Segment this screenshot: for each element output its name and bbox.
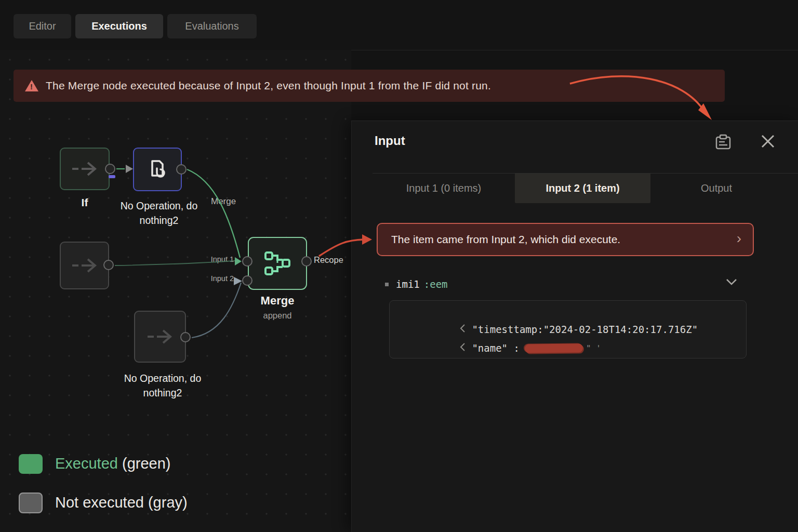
node-merge[interactable] xyxy=(248,237,307,290)
noop-top-output-connector[interactable] xyxy=(176,164,187,175)
node-gray-unexecuted[interactable] xyxy=(60,242,109,289)
input-detail-panel: Input Input 1 (0 items) Input 2 (1 item)… xyxy=(351,121,798,532)
merge-output-connector[interactable] xyxy=(301,256,312,267)
chevron-right-icon: › xyxy=(737,231,741,246)
app-window: Editor Executions Evaluations The Merge … xyxy=(0,0,798,532)
collapse-chevron-icon[interactable] xyxy=(400,331,466,365)
workflow-canvas[interactable] xyxy=(0,50,351,532)
merge-node-subtitle: append xyxy=(248,311,307,321)
legend-executed-suffix: (green) xyxy=(118,455,171,472)
merge-node-label: Merge xyxy=(248,294,307,308)
code-name-tail: " ' xyxy=(586,343,601,353)
node-no-operation-bottom[interactable] xyxy=(134,311,186,363)
panel-tab-bar: Input 1 (0 items) Input 2 (1 item) Outpu… xyxy=(373,173,798,203)
json-code-box: "timesttamp:"2024-02-18T14:20:17.716Z" "… xyxy=(389,300,747,358)
tab-editor[interactable]: Editor xyxy=(14,14,71,38)
node-no-operation-top[interactable] xyxy=(133,148,182,191)
noop-bottom-output-connector[interactable] xyxy=(180,332,191,342)
legend-swatch-not-executed xyxy=(19,493,43,513)
if-secondary-output xyxy=(109,175,115,178)
json-bullet-icon xyxy=(385,283,389,286)
input2-callout[interactable]: The item came from Input 2, which did ex… xyxy=(377,223,754,256)
close-icon[interactable] xyxy=(760,134,776,151)
warning-triangle-icon xyxy=(25,80,38,91)
panel-tab-input1[interactable]: Input 1 (0 items) xyxy=(373,174,515,203)
orange-arrow-head xyxy=(698,103,712,120)
top-navigation-bar: Editor Executions Evaluations xyxy=(0,0,798,50)
merge-input2-connector[interactable] xyxy=(242,275,252,286)
edge-label-merge: Merge xyxy=(211,196,236,207)
if-output-connector[interactable] xyxy=(105,164,115,174)
merge-output-label: Recope xyxy=(314,255,343,265)
warning-banner-text: The Merge node executed because of Input… xyxy=(46,79,491,92)
no-operation-icon xyxy=(145,157,170,182)
arrow-icon xyxy=(70,159,99,178)
arrow-icon xyxy=(145,327,175,346)
merge-input2-label: Input 2 xyxy=(188,274,234,283)
node-if[interactable] xyxy=(60,148,110,190)
noop-top-label: No Operation, do nothing2 xyxy=(107,198,211,228)
legend-not-executed-label: Not executed (gray) xyxy=(55,494,188,511)
merge-icon xyxy=(261,248,294,278)
json-item-value: :eem xyxy=(424,278,448,290)
tab-evaluations[interactable]: Evaluations xyxy=(167,14,257,38)
legend-executed-word: Executed xyxy=(55,455,118,472)
json-item-key: imi1 xyxy=(396,278,420,290)
arrow-icon xyxy=(70,256,99,275)
noop-bottom-label: No Operation, do nothing2 xyxy=(111,371,215,401)
merge-input1-label: Input 1 xyxy=(188,255,234,263)
code-name-key: "name" : xyxy=(472,342,520,354)
clipboard-icon[interactable] xyxy=(714,134,732,152)
json-item-row[interactable]: imi1 :eem xyxy=(385,278,448,290)
merge-input1-connector[interactable] xyxy=(242,256,252,267)
chevron-down-icon[interactable] xyxy=(725,277,738,288)
if-node-label: If xyxy=(60,196,110,209)
redacted-value xyxy=(525,343,583,353)
panel-title: Input xyxy=(375,134,405,148)
panel-tab-output[interactable]: Output xyxy=(650,174,782,203)
legend-executed-label: Executed (green) xyxy=(55,455,170,472)
panel-tab-input2[interactable]: Input 2 (1 item) xyxy=(515,174,650,203)
gray-node-output-connector[interactable] xyxy=(103,260,114,270)
warning-banner: The Merge node executed because of Input… xyxy=(14,70,725,102)
input2-callout-text: The item came from Input 2, which did ex… xyxy=(391,233,620,246)
tab-executions[interactable]: Executions xyxy=(75,14,163,38)
legend-swatch-executed xyxy=(19,454,43,474)
code-line-name: "name" : " ' xyxy=(400,331,601,365)
